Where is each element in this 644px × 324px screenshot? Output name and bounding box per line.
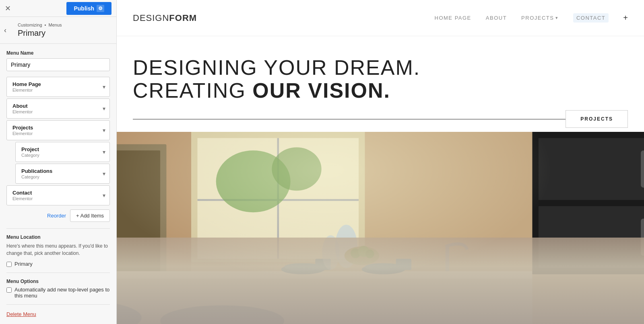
site-hero: DESIGNING YOUR DREAM. CREATING OUR VISIO… <box>117 36 644 106</box>
logo-design: DESIGN <box>133 13 169 23</box>
breadcrumb: Customizing • Menus <box>18 23 110 27</box>
menu-location-title: Menu Location <box>6 234 110 240</box>
location-primary-label: Primary <box>14 261 33 267</box>
menu-location-desc: Here's where this menu appears. If you'd… <box>6 242 110 257</box>
svg-point-26 <box>365 263 402 271</box>
svg-rect-35 <box>446 246 449 271</box>
svg-point-33 <box>358 246 369 257</box>
svg-rect-17 <box>532 132 644 274</box>
svg-rect-27 <box>396 259 412 270</box>
menu-item-contact[interactable]: Contact Elementor ▾ <box>6 185 110 205</box>
menu-item-about[interactable]: About Elementor ▾ <box>6 98 110 119</box>
back-button[interactable]: ‹ <box>4 26 6 35</box>
add-items-button[interactable]: + Add Items <box>70 209 110 222</box>
location-primary-checkbox[interactable] <box>6 262 12 267</box>
nav-link-about[interactable]: ABOUT <box>486 15 507 21</box>
nav-link-contact[interactable]: CONTACT <box>573 13 609 23</box>
hero-line2-normal: CREATING <box>133 79 252 102</box>
svg-point-34 <box>365 250 374 258</box>
svg-point-29 <box>335 225 357 268</box>
projects-row: PROJECTS <box>117 106 644 132</box>
main-preview: DESIGNFORM HOME PAGE ABOUT PROJECTS ▾ CO… <box>117 0 644 324</box>
menu-name-input[interactable] <box>6 58 110 71</box>
delete-menu-button[interactable]: Delete Menu <box>6 311 36 317</box>
menu-items-list: Home Page Elementor ▾ About Elementor ▾ … <box>6 77 110 205</box>
chevron-down-icon: ▾ <box>103 192 105 199</box>
svg-point-32 <box>351 248 361 258</box>
svg-rect-8 <box>197 138 359 259</box>
menu-item-homepage[interactable]: Home Page Elementor ▾ <box>6 77 110 97</box>
location-primary-row: Primary <box>6 261 110 267</box>
kitchen-image <box>117 132 644 324</box>
chevron-down-icon: ▾ <box>103 84 105 90</box>
sidebar-topbar: ✕ Publish ⚙ <box>0 0 116 17</box>
sidebar-body: Menu Name Home Page Elementor ▾ About El… <box>0 44 116 324</box>
menu-item-project-sub[interactable]: Project Category ▾ <box>15 142 110 162</box>
chevron-down-icon: ▾ <box>103 127 105 133</box>
divider3 <box>6 304 110 305</box>
svg-point-36 <box>117 299 142 324</box>
menu-options-section: Menu Options Automatically add new top-l… <box>6 279 110 299</box>
svg-rect-0 <box>117 132 644 324</box>
chevron-down-icon: ▾ <box>103 105 105 112</box>
svg-rect-16 <box>117 271 532 279</box>
logo-form: FORM <box>169 13 197 23</box>
nav-links: HOME PAGE ABOUT PROJECTS ▾ CONTACT + <box>435 13 628 23</box>
kitchen-image-section <box>117 132 644 324</box>
svg-rect-21 <box>641 219 644 256</box>
auto-add-checkbox[interactable] <box>6 287 12 293</box>
projects-divider-line <box>133 119 566 119</box>
svg-rect-19 <box>539 206 644 268</box>
publish-button[interactable]: Publish ⚙ <box>66 2 111 15</box>
sidebar-header: ‹ Customizing • Menus Primary <box>0 17 116 44</box>
svg-rect-18 <box>539 138 644 200</box>
page-title: Primary <box>18 29 110 38</box>
menu-item-publications-sub[interactable]: Publications Category ▾ <box>15 164 110 184</box>
svg-rect-2 <box>117 144 166 299</box>
svg-rect-7 <box>191 132 365 262</box>
svg-rect-15 <box>117 275 532 324</box>
svg-point-24 <box>284 263 321 271</box>
auto-add-row: Automatically add new top-level pages to… <box>6 287 110 299</box>
svg-rect-20 <box>641 151 644 188</box>
svg-point-30 <box>322 236 339 270</box>
nav-plus-button[interactable]: + <box>623 13 628 23</box>
menu-actions: Reorder + Add Items <box>6 209 110 222</box>
publish-label: Publish <box>74 5 94 12</box>
site-nav: DESIGNFORM HOME PAGE ABOUT PROJECTS ▾ CO… <box>117 0 644 36</box>
reorder-button[interactable]: Reorder <box>47 213 66 219</box>
chevron-down-icon: ▾ <box>103 170 105 177</box>
nav-link-projects[interactable]: PROJECTS ▾ <box>521 15 559 21</box>
svg-rect-1 <box>117 132 191 324</box>
menu-name-label: Menu Name <box>6 50 110 56</box>
svg-rect-28 <box>315 259 331 270</box>
customizer-sidebar: ✕ Publish ⚙ ‹ Customizing • Menus Primar… <box>0 0 117 324</box>
menu-item-projects[interactable]: Projects Elementor ▾ <box>6 120 110 140</box>
svg-point-11 <box>216 151 291 213</box>
svg-point-23 <box>281 265 324 275</box>
svg-point-25 <box>362 265 405 275</box>
divider2 <box>6 273 110 273</box>
site-logo: DESIGNFORM <box>133 13 197 23</box>
svg-point-12 <box>272 148 321 191</box>
hero-line2-bold: OUR VISION. <box>252 79 390 102</box>
hero-title-line2: CREATING OUR VISION. <box>133 79 628 102</box>
auto-add-label: Automatically add new top-level pages to… <box>14 287 110 299</box>
dropdown-arrow-icon: ▾ <box>555 15 559 21</box>
menu-options-title: Menu Options <box>6 279 110 284</box>
divider <box>6 228 110 229</box>
projects-button[interactable]: PROJECTS <box>566 110 628 128</box>
svg-rect-3 <box>117 151 160 293</box>
gear-icon[interactable]: ⚙ <box>97 5 104 12</box>
nav-link-homepage[interactable]: HOME PAGE <box>435 15 471 21</box>
close-button[interactable]: ✕ <box>5 5 11 12</box>
chevron-down-icon: ▾ <box>103 149 105 155</box>
svg-point-31 <box>345 246 379 265</box>
svg-point-37 <box>160 306 284 324</box>
menu-location-section: Menu Location Here's where this menu app… <box>6 234 110 267</box>
hero-title-line1: DESIGNING YOUR DREAM. <box>133 56 628 79</box>
